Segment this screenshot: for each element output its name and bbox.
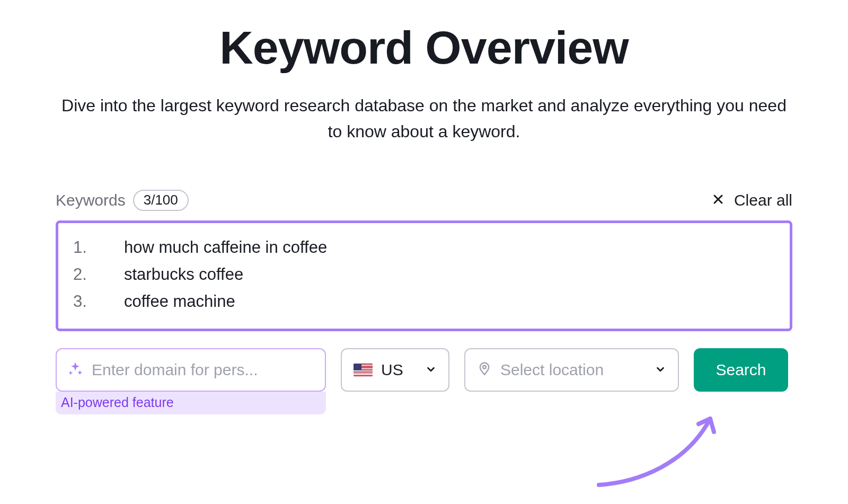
location-pin-icon: [477, 361, 492, 379]
country-code: US: [381, 361, 403, 379]
search-button[interactable]: Search: [694, 348, 788, 392]
domain-input[interactable]: [91, 360, 314, 379]
chevron-down-icon: [655, 361, 666, 379]
sparkle-icon: [67, 361, 83, 379]
us-flag-icon: [354, 364, 373, 376]
clear-all-button[interactable]: Clear all: [712, 191, 792, 209]
keywords-list: how much caffeine in coffee starbucks co…: [73, 234, 775, 315]
page-title: Keyword Overview: [56, 22, 792, 74]
location-placeholder: Select location: [500, 361, 646, 379]
keywords-count-badge: 3/100: [133, 190, 189, 211]
keyword-item: how much caffeine in coffee: [73, 234, 775, 261]
close-icon: [712, 191, 725, 209]
svg-point-2: [483, 366, 486, 369]
keyword-item: coffee machine: [73, 288, 775, 315]
annotation-arrow: [591, 403, 739, 493]
location-select[interactable]: Select location: [464, 348, 679, 392]
keyword-item: starbucks coffee: [73, 261, 775, 288]
country-select[interactable]: US: [341, 348, 449, 392]
domain-input-wrapper[interactable]: [56, 348, 326, 392]
keywords-label: Keywords: [56, 191, 126, 209]
page-subtitle: Dive into the largest keyword research d…: [56, 93, 792, 145]
keywords-input-box[interactable]: how much caffeine in coffee starbucks co…: [56, 220, 792, 331]
ai-feature-label: AI-powered feature: [56, 392, 326, 414]
clear-all-label: Clear all: [734, 191, 792, 209]
chevron-down-icon: [425, 361, 437, 379]
